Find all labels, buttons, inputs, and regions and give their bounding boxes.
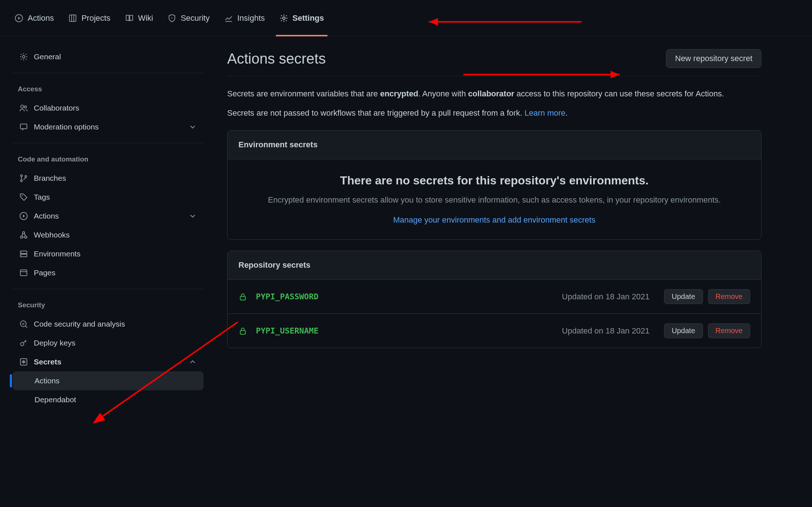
remove-button[interactable]: Remove xyxy=(708,289,750,304)
remove-button[interactable]: Remove xyxy=(708,323,750,338)
secret-row: PYPI_USERNAME Updated on 18 Jan 2021 Upd… xyxy=(228,314,761,348)
book-icon xyxy=(125,14,134,23)
secret-name: PYPI_PASSWORD xyxy=(256,292,318,301)
sidebar-item-label: Pages xyxy=(34,268,56,277)
tab-insights[interactable]: Insights xyxy=(224,0,265,36)
browser-icon xyxy=(19,268,28,277)
sidebar-item-label: Webhooks xyxy=(34,231,70,239)
sidebar-secrets-dependabot[interactable]: Dependabot xyxy=(13,390,204,409)
sidebar-moderation[interactable]: Moderation options xyxy=(13,117,204,136)
tab-label: Insights xyxy=(237,13,265,23)
sidebar-item-label: Dependabot xyxy=(35,395,76,404)
sidebar-actions[interactable]: Actions xyxy=(13,207,204,225)
gear-icon xyxy=(19,52,28,61)
sidebar-item-label: Tags xyxy=(34,193,50,201)
sidebar-collaborators[interactable]: Collaborators xyxy=(13,99,204,117)
tag-icon xyxy=(19,193,28,201)
tab-label: Settings xyxy=(293,13,324,23)
update-button[interactable]: Update xyxy=(664,323,703,338)
sidebar-item-label: Secrets xyxy=(34,358,61,366)
graph-icon xyxy=(224,14,233,23)
key-icon xyxy=(19,339,28,347)
manage-environments-link[interactable]: Manage your environments and add environ… xyxy=(393,215,595,224)
lock-icon xyxy=(238,292,247,301)
tab-wiki[interactable]: Wiki xyxy=(125,0,153,36)
play-icon xyxy=(15,14,23,23)
chevron-down-icon xyxy=(188,212,197,220)
description-1: Secrets are environment variables that a… xyxy=(227,87,761,100)
sidebar-deploy-keys[interactable]: Deploy keys xyxy=(13,334,204,352)
sidebar-item-label: Collaborators xyxy=(34,104,79,112)
tab-label: Security xyxy=(181,13,209,23)
main-content: Actions secrets New repository secret Se… xyxy=(214,36,774,433)
new-repository-secret-button[interactable]: New repository secret xyxy=(666,49,761,68)
sidebar-item-label: Actions xyxy=(35,376,60,385)
page-title: Actions secrets xyxy=(227,51,326,67)
sidebar-environments[interactable]: Environments xyxy=(13,244,204,263)
sidebar-secrets-actions[interactable]: Actions xyxy=(13,371,204,390)
empty-title: There are no secrets for this repository… xyxy=(249,174,739,187)
section-security: Security xyxy=(13,296,204,315)
learn-more-link[interactable]: Learn more xyxy=(524,108,566,117)
gear-icon xyxy=(280,14,288,23)
secret-updated: Updated on 18 Jan 2021 xyxy=(562,326,650,336)
panel-title: Environment secrets xyxy=(228,131,761,159)
tab-label: Actions xyxy=(28,13,54,23)
sidebar-item-label: Deploy keys xyxy=(34,339,75,347)
codescan-icon xyxy=(19,320,28,328)
chevron-up-icon xyxy=(188,358,197,366)
sidebar-item-label: Branches xyxy=(34,174,66,183)
secret-updated: Updated on 18 Jan 2021 xyxy=(562,292,650,302)
comment-icon xyxy=(19,123,28,131)
sidebar-secrets[interactable]: Secrets xyxy=(13,352,204,371)
repository-secrets-panel: Repository secrets PYPI_PASSWORD Updated… xyxy=(227,251,761,348)
settings-sidebar: General Access Collaborators Moderation … xyxy=(0,36,214,433)
shield-icon xyxy=(168,14,176,23)
tab-label: Wiki xyxy=(138,13,153,23)
sidebar-tags[interactable]: Tags xyxy=(13,188,204,207)
secret-row: PYPI_PASSWORD Updated on 18 Jan 2021 Upd… xyxy=(228,280,761,314)
server-icon xyxy=(19,249,28,258)
tab-settings[interactable]: Settings xyxy=(280,0,324,36)
project-icon xyxy=(68,14,77,23)
section-code-automation: Code and automation xyxy=(13,150,204,169)
sidebar-item-label: Actions xyxy=(34,212,59,220)
tab-projects[interactable]: Projects xyxy=(68,0,110,36)
people-icon xyxy=(19,104,28,112)
section-access: Access xyxy=(13,80,204,99)
sidebar-item-label: Environments xyxy=(34,249,80,258)
sidebar-branches[interactable]: Branches xyxy=(13,169,204,188)
environment-secrets-panel: Environment secrets There are no secrets… xyxy=(227,130,761,240)
sidebar-general[interactable]: General xyxy=(13,47,204,66)
empty-description: Encrypted environment secrets allow you … xyxy=(249,194,739,206)
repo-tabs: Actions Projects Wiki Security Insights … xyxy=(0,0,812,36)
play-icon xyxy=(19,212,28,220)
secret-name: PYPI_USERNAME xyxy=(256,326,318,335)
sidebar-webhooks[interactable]: Webhooks xyxy=(13,225,204,244)
tab-label: Projects xyxy=(81,13,110,23)
webhook-icon xyxy=(19,231,28,239)
description-2: Secrets are not passed to workflows that… xyxy=(227,107,761,119)
update-button[interactable]: Update xyxy=(664,289,703,304)
sidebar-pages[interactable]: Pages xyxy=(13,263,204,282)
sidebar-item-label: Moderation options xyxy=(34,123,99,131)
sidebar-item-label: General xyxy=(34,52,61,61)
asterisk-icon xyxy=(19,358,28,366)
tab-actions[interactable]: Actions xyxy=(15,0,54,36)
sidebar-item-label: Code security and analysis xyxy=(34,320,125,328)
tab-security[interactable]: Security xyxy=(168,0,209,36)
lock-icon xyxy=(238,327,247,335)
sidebar-code-security[interactable]: Code security and analysis xyxy=(13,315,204,334)
panel-title: Repository secrets xyxy=(228,251,761,280)
chevron-down-icon xyxy=(188,123,197,131)
branch-icon xyxy=(19,174,28,183)
